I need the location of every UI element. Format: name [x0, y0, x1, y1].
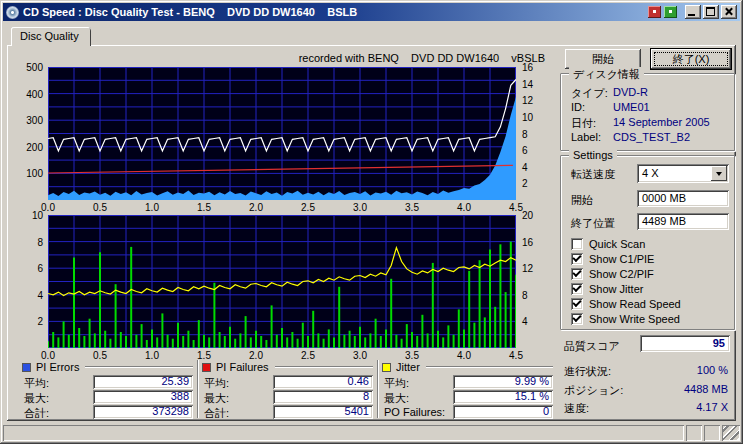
avg-label: 平均:: [24, 376, 49, 391]
show-write-speed-checkbox[interactable]: [571, 313, 583, 325]
axis-tick: 1.0: [141, 350, 163, 361]
pi-failures-total-value: 5401: [273, 405, 373, 419]
disc-info-row: Label: CDS_TEST_B2: [561, 131, 734, 144]
pi-failures-max-value: 8: [273, 390, 373, 404]
show-read-speed-label: Show Read Speed: [589, 298, 681, 310]
avg-label: 平均:: [204, 376, 229, 391]
max-label: 最大:: [204, 391, 229, 406]
start-button[interactable]: 開始: [565, 49, 641, 69]
axis-tick: 10: [32, 210, 43, 221]
max-label: 最大:: [384, 391, 409, 406]
start-position-label: 開始: [571, 193, 593, 208]
titlebar: CD Speed : Disc Quality Test - BENQ DVD …: [3, 3, 740, 21]
axis-tick: 4.0: [453, 202, 475, 213]
chart1-y-left-axis: 500400300200100: [16, 67, 46, 200]
po-failures-label: PO Failures:: [384, 406, 445, 418]
axis-tick: 12: [522, 95, 533, 106]
show-jitter-label: Show Jitter: [589, 283, 643, 295]
axis-tick: 200: [26, 142, 43, 153]
end-position-input[interactable]: 4489 MB: [637, 213, 729, 230]
start-position-input[interactable]: 0000 MB: [637, 190, 729, 207]
maximize-icon: [706, 7, 715, 16]
axis-tick: 1.5: [193, 202, 215, 213]
total-label: 合計:: [204, 406, 229, 421]
stats-pi-errors: PI Errors 平均: 25.39 最大: 388 合計: 373298: [22, 361, 193, 419]
disc-info-row: タイプ: DVD-R: [561, 86, 734, 99]
pi-errors-total-value: 373298: [93, 405, 193, 419]
chevron-down-icon[interactable]: [711, 166, 727, 181]
speed-label: 転送速度: [571, 167, 615, 182]
axis-tick: 12: [522, 263, 533, 274]
axis-tick: 3.0: [349, 350, 371, 361]
settings-title: Settings: [569, 149, 617, 161]
divider: [197, 360, 199, 418]
end-position-label: 終了位置: [571, 216, 615, 231]
chart-pie-speed: [48, 67, 516, 200]
show-c2-pif-label: Show C2/PIF: [589, 268, 654, 280]
axis-tick: 100: [26, 168, 43, 179]
show-jitter-checkbox[interactable]: [571, 283, 583, 295]
disc-type-value: DVD-R: [613, 86, 648, 98]
stats-pi-failures-header: PI Failures: [202, 361, 373, 373]
close-button[interactable]: [721, 5, 737, 19]
axis-tick: 0.5: [89, 202, 111, 213]
checkbox-show-jitter[interactable]: Show Jitter: [571, 282, 643, 295]
stat-row: 平均: 25.39: [22, 375, 193, 389]
axis-tick: 8: [522, 290, 528, 301]
progress-label: 進行状況:: [564, 364, 611, 379]
speed-selected-value: 4 X: [642, 167, 659, 179]
divider: [377, 360, 379, 418]
stat-row: 最大: 8: [202, 390, 373, 404]
chart-header: recorded with BENQ DVD DD DW1640 vBSLB: [200, 52, 545, 64]
tab-label: Disc Quality: [20, 30, 79, 42]
disc-date-value: 14 September 2005: [613, 116, 710, 128]
checkbox-show-read-speed[interactable]: Show Read Speed: [571, 297, 681, 310]
checkbox-show-c1-pie[interactable]: Show C1/PIE: [571, 252, 654, 265]
titlebar-red-icon[interactable]: [648, 6, 661, 18]
checkbox-show-c2-pif[interactable]: Show C2/PIF: [571, 267, 654, 280]
status-panel-main: [3, 425, 684, 441]
position-value: 4488 MB: [640, 383, 728, 395]
show-c1-pie-label: Show C1/PIE: [589, 253, 654, 265]
axis-tick: 0.5: [89, 350, 111, 361]
disc-info-row: 日付: 14 September 2005: [561, 116, 734, 129]
max-label: 最大:: [24, 391, 49, 406]
speed-select[interactable]: 4 X: [637, 164, 729, 183]
axis-tick: 2.0: [245, 202, 267, 213]
show-read-speed-checkbox[interactable]: [571, 298, 583, 310]
app-window: CD Speed : Disc Quality Test - BENQ DVD …: [0, 0, 743, 444]
disc-type-label: タイプ:: [571, 86, 608, 101]
maximize-button[interactable]: [703, 5, 719, 19]
quick-scan-checkbox[interactable]: [571, 238, 583, 250]
minimize-button[interactable]: [685, 5, 701, 19]
progress-value: 100 %: [640, 364, 728, 376]
disc-date-label: 日付:: [571, 116, 596, 131]
checkbox-quick-scan[interactable]: Quick Scan: [571, 237, 645, 250]
disc-id-value: UME01: [613, 101, 650, 113]
axis-tick: 4.5: [505, 350, 527, 361]
resize-grip[interactable]: [722, 425, 740, 441]
show-c2-pif-checkbox[interactable]: [571, 268, 583, 280]
checkbox-show-write-speed[interactable]: Show Write Speed: [571, 312, 680, 325]
titlebar-green-icon[interactable]: [664, 6, 677, 18]
quality-score-value: 95: [640, 335, 730, 352]
divider: [275, 366, 373, 368]
axis-tick: 2.5: [297, 202, 319, 213]
status-panel-2: [704, 425, 720, 441]
axis-tick: 0.0: [37, 350, 59, 361]
stats-pi-failures: PI Failures 平均: 0.46 最大: 8 合計: 5401: [202, 361, 373, 419]
stat-row: 最大: 388: [22, 390, 193, 404]
disc-label-label: Label:: [571, 131, 601, 143]
divider: [85, 366, 193, 368]
chart-pif-jitter: [48, 215, 516, 348]
axis-tick: 2.5: [297, 350, 319, 361]
axis-tick: 8: [522, 129, 528, 140]
show-c1-pie-checkbox[interactable]: [571, 253, 583, 265]
axis-tick: 3.0: [349, 202, 371, 213]
disc-label-value: CDS_TEST_B2: [613, 131, 690, 143]
stats-jitter-header: Jitter: [382, 361, 553, 373]
exit-button[interactable]: 終了(X): [651, 49, 731, 69]
speed-readout-value: 4.17 X: [640, 401, 728, 413]
axis-tick: 16: [522, 237, 533, 248]
tab-disc-quality[interactable]: Disc Quality: [11, 27, 91, 46]
